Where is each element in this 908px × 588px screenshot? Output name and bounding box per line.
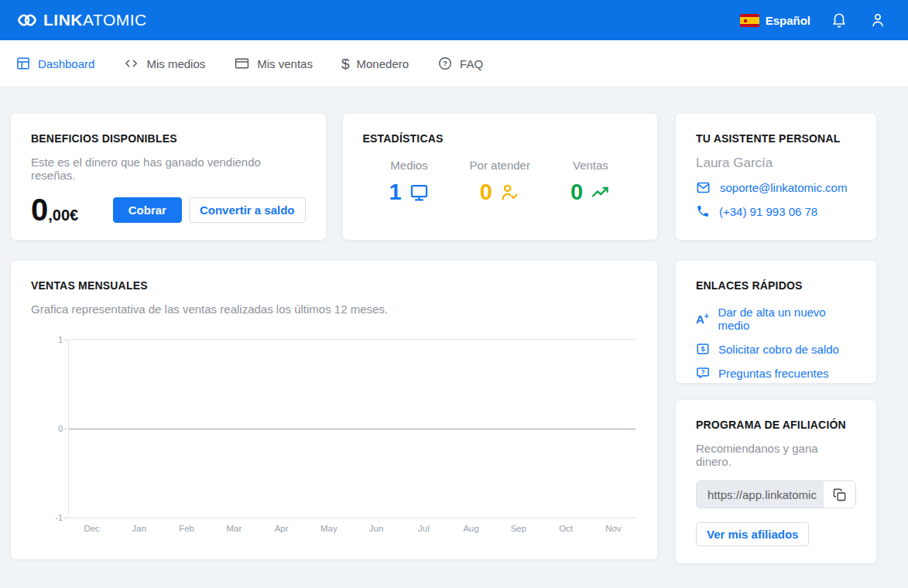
code-icon [123, 56, 139, 71]
affiliate-title: PROGRAMA DE AFILIACIÓN [696, 419, 856, 431]
chart-x-axis: DecJanFebMarAprMayJunJulAugSepOctNov [68, 524, 637, 533]
stat-label: Por atender [470, 159, 530, 172]
referral-url-field[interactable]: https://app.linkatomic [697, 481, 824, 508]
mail-icon [696, 180, 711, 195]
trending-up-icon [590, 182, 611, 203]
card-icon [234, 56, 250, 71]
monthly-sales-description: Grafica representativa de las ventas rea… [31, 303, 637, 316]
view-affiliates-button[interactable]: Ver mis afiliados [696, 522, 809, 546]
stat-medios: Medios 1 [389, 159, 429, 203]
stat-value: 0 [570, 181, 583, 203]
statistics-title: ESTADÍSTICAS [363, 132, 638, 145]
spain-flag-icon [740, 14, 759, 27]
copy-icon [832, 487, 847, 502]
nav-tab-mis-medios[interactable]: Mis medios [123, 56, 205, 71]
monthly-sales-chart: 10-1 DecJanFebMarAprMayJunJulAugSepOctNo… [68, 339, 637, 533]
nav-tab-faq[interactable]: ? FAQ [437, 56, 483, 71]
assistant-phone: (+34) 91 993 06 78 [719, 205, 817, 218]
svg-text:?: ? [443, 60, 447, 67]
dollar-square-icon: $ [696, 342, 710, 356]
assistant-name: Laura García [696, 156, 856, 171]
assistant-phone-link[interactable]: (+34) 91 993 06 78 [696, 204, 856, 218]
x-tick-label: Jan [115, 524, 163, 533]
quick-link-label: Preguntas frecuentes [718, 367, 829, 380]
available-balance: 0,00€ [31, 194, 78, 225]
nav-tab-label: Mis medios [146, 57, 205, 70]
assistant-email-link[interactable]: soporte@linkatomic.com [696, 180, 856, 195]
affiliate-program-card: PROGRAMA DE AFILIACIÓN Recomiendanos y g… [676, 400, 876, 563]
x-tick-label: Apr [258, 524, 305, 533]
x-tick-label: Dec [68, 524, 115, 533]
nav-tab-dashboard[interactable]: Dashboard [15, 56, 94, 71]
personal-assistant-card: TU ASISTENTE PERSONAL Laura García sopor… [676, 114, 876, 240]
benefits-title: BENEFICIOS DISPONIBLES [31, 132, 306, 145]
add-medium-icon: A+ [696, 313, 709, 325]
quick-link-request-payout[interactable]: $ Solicitar cobro de saldo [696, 342, 856, 356]
bell-icon [831, 12, 848, 29]
phone-icon [696, 204, 710, 218]
main-nav: Dashboard Mis medios Mis ventas $ Monede… [0, 40, 908, 87]
y-tick-label: -1 [41, 513, 63, 522]
stat-por-atender: Por atender 0 [470, 159, 530, 203]
x-tick-label: Feb [163, 524, 211, 533]
linkatomic-knot-icon [15, 9, 39, 32]
stat-ventas: Ventas 0 [570, 159, 611, 203]
copy-referral-button[interactable] [824, 481, 855, 508]
dollar-icon: $ [341, 56, 350, 71]
quick-links-card: ENLACES RÁPIDOS A+ Dar de alta un nuevo … [676, 261, 876, 383]
x-tick-label: Oct [543, 524, 590, 533]
top-bar: LINKATOMIC Español [0, 0, 908, 40]
brand-name: LINKATOMIC [43, 11, 147, 29]
nav-tab-label: FAQ [460, 57, 483, 70]
x-tick-label: Aug [447, 524, 495, 533]
x-tick-label: Jul [400, 524, 447, 533]
stat-label: Ventas [570, 159, 611, 172]
nav-tab-mis-ventas[interactable]: Mis ventas [234, 56, 313, 71]
affiliate-description: Recomiendanos y gana dinero. [696, 442, 856, 468]
convert-to-balance-button[interactable]: Convertir a saldo [189, 197, 306, 223]
nav-tab-label: Dashboard [38, 57, 94, 70]
svg-text:?: ? [701, 369, 704, 376]
account-button[interactable] [868, 10, 888, 30]
nav-tab-label: Mis ventas [257, 57, 313, 70]
quick-links-title: ENLACES RÁPIDOS [696, 279, 856, 292]
quick-link-label: Solicitar cobro de saldo [718, 343, 839, 356]
question-circle-icon: ? [437, 56, 453, 71]
stat-label: Medios [389, 159, 429, 172]
assistant-email: soporte@linkatomic.com [720, 181, 847, 194]
svg-text:$: $ [701, 345, 704, 353]
assistant-title: TU ASISTENTE PERSONAL [696, 132, 856, 145]
statistics-card: ESTADÍSTICAS Medios 1 [343, 114, 658, 240]
stat-value: 0 [480, 181, 492, 203]
y-tick-label: 1 [41, 335, 63, 344]
user-icon [869, 12, 886, 29]
user-check-icon [499, 182, 520, 203]
nav-tab-label: Monedero [357, 57, 409, 70]
referral-link-group: https://app.linkatomic [696, 480, 856, 508]
y-tick-label: 0 [41, 424, 63, 433]
chart-zero-gridline [69, 429, 636, 429]
question-bubble-icon: ? [696, 366, 710, 380]
x-tick-label: Mar [211, 524, 258, 533]
chart-plot: 10-1 [68, 339, 636, 518]
x-tick-label: Sep [495, 524, 542, 533]
nav-tab-monedero[interactable]: $ Monedero [341, 56, 409, 71]
monthly-sales-card: VENTAS MENSUALES Grafica representativa … [11, 261, 657, 559]
dashboard-icon [15, 56, 31, 71]
collect-button[interactable]: Cobrar [113, 197, 182, 223]
brand-logo[interactable]: LINKATOMIC [15, 9, 147, 32]
monthly-sales-title: VENTAS MENSUALES [31, 279, 637, 292]
quick-link-label: Dar de alta un nuevo medio [718, 306, 856, 332]
quick-link-faq[interactable]: ? Preguntas frecuentes [696, 366, 856, 380]
monitor-icon [409, 182, 430, 203]
x-tick-label: Nov [590, 524, 637, 533]
language-label: Español [766, 14, 810, 27]
benefits-description: Este es el dinero que has ganado vendien… [31, 156, 306, 182]
quick-link-new-medium[interactable]: A+ Dar de alta un nuevo medio [696, 306, 856, 332]
x-tick-label: Jun [353, 524, 400, 533]
notifications-button[interactable] [829, 10, 849, 30]
benefits-card: BENEFICIOS DISPONIBLES Este es el dinero… [11, 114, 326, 240]
main-content: BENEFICIOS DISPONIBLES Este es el dinero… [0, 87, 908, 563]
language-selector[interactable]: Español [740, 14, 810, 27]
stat-value: 1 [389, 181, 401, 203]
